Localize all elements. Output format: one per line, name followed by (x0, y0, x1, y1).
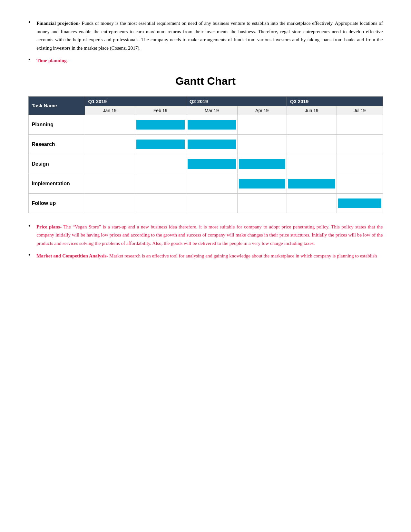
gantt-cell (186, 115, 237, 134)
q1-header: Q1 2019 (85, 96, 186, 106)
gantt-cell (237, 134, 287, 154)
gantt-row: Follow up (28, 193, 383, 213)
gantt-cell (287, 115, 337, 134)
task-name-header: Task Name (28, 96, 85, 115)
gantt-cell (186, 193, 237, 213)
gantt-section: Gantt Chart Task Name Q1 2019 Q2 2019 Q3… (28, 75, 383, 213)
gantt-cell (85, 115, 135, 134)
price-plans-body: The “Vegan Store” is a start-up and a ne… (36, 224, 383, 246)
gantt-cell (237, 174, 287, 193)
feb-header: Feb 19 (135, 106, 186, 115)
task-cell-design: Design (28, 154, 85, 174)
bullet-item-market: • Market and Competition Analysis- Marke… (28, 252, 383, 260)
gantt-cell (337, 174, 383, 193)
gantt-row: Implementation (28, 174, 383, 193)
gantt-cell (337, 115, 383, 134)
mar-header: Mar 19 (186, 106, 237, 115)
gantt-cell (135, 193, 186, 213)
bullet-dot-4: • (28, 251, 31, 259)
gantt-cell (85, 174, 135, 193)
gantt-cell (135, 134, 186, 154)
jun-header: Jun 19 (287, 106, 337, 115)
market-analysis-label: Market and Competition Analysis- (36, 253, 108, 258)
gantt-cell (135, 115, 186, 134)
gantt-cell (287, 134, 337, 154)
gantt-cell (337, 193, 383, 213)
financial-projection-body: Funds or money is the most essential req… (36, 21, 383, 51)
apr-header: Apr 19 (237, 106, 287, 115)
gantt-cell (186, 134, 237, 154)
gantt-cell (85, 193, 135, 213)
market-analysis-text: Market and Competition Analysis- Market … (36, 252, 383, 260)
time-planning-label: Time planning- (36, 58, 68, 63)
task-cell-research: Research (28, 134, 85, 154)
gantt-table: Task Name Q1 2019 Q2 2019 Q3 2019 Jan 19… (28, 96, 383, 213)
financial-projection-text: Financial projection- Funds or money is … (36, 19, 383, 52)
time-planning-text: Time planning- (36, 57, 383, 65)
q2-header: Q2 2019 (186, 96, 287, 106)
market-analysis-body: Market research is an effective tool for… (108, 253, 377, 258)
gantt-cell (186, 154, 237, 174)
gantt-cell (85, 134, 135, 154)
bullet-dot-2: • (28, 55, 31, 64)
bullet-dot-3: • (28, 222, 31, 230)
gantt-cell (237, 115, 287, 134)
gantt-cell (287, 174, 337, 193)
jul-header: Jul 19 (337, 106, 383, 115)
price-plans-label: Price plans- (36, 224, 62, 229)
gantt-row: Design (28, 154, 383, 174)
financial-projection-label: Financial projection- (36, 21, 80, 26)
bullet-item-financial: • Financial projection- Funds or money i… (28, 19, 383, 52)
gantt-row: Planning (28, 115, 383, 134)
gantt-header-row-1: Task Name Q1 2019 Q2 2019 Q3 2019 (28, 96, 383, 106)
gantt-cell (287, 154, 337, 174)
task-cell-planning: Planning (28, 115, 85, 134)
bullet-item-time: • Time planning- (28, 57, 383, 65)
task-cell-implementation: Implementation (28, 174, 85, 193)
gantt-cell (337, 154, 383, 174)
gantt-cell (135, 174, 186, 193)
gantt-cell (237, 154, 287, 174)
task-cell-follow-up: Follow up (28, 193, 85, 213)
gantt-cell (287, 193, 337, 213)
gantt-row: Research (28, 134, 383, 154)
bullet-dot-1: • (28, 18, 31, 26)
gantt-title: Gantt Chart (28, 75, 383, 87)
content-area: • Financial projection- Funds or money i… (28, 19, 383, 260)
gantt-cell (237, 193, 287, 213)
gantt-cell (135, 154, 186, 174)
gantt-cell (337, 134, 383, 154)
gantt-cell (85, 154, 135, 174)
price-plans-text: Price plans- The “Vegan Store” is a star… (36, 223, 383, 248)
q3-header: Q3 2019 (287, 96, 383, 106)
jan-header: Jan 19 (85, 106, 135, 115)
bullet-item-price: • Price plans- The “Vegan Store” is a st… (28, 223, 383, 248)
task-header-label: Task Name (32, 103, 57, 108)
gantt-cell (186, 174, 237, 193)
